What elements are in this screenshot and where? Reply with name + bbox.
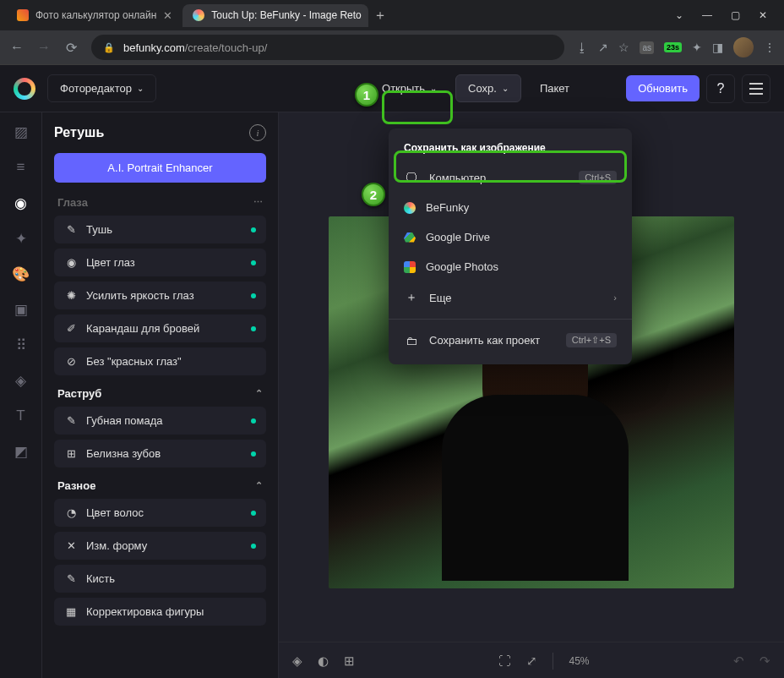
touchup-icon[interactable]: ◉ — [12, 194, 30, 212]
tool-label: Корректировка фигуры — [86, 605, 204, 618]
redo-icon[interactable]: ↷ — [760, 653, 770, 669]
back-button[interactable]: ← — [8, 40, 25, 56]
profile-avatar[interactable] — [733, 37, 754, 57]
sliders-icon[interactable]: ≡ — [12, 158, 30, 177]
bookmark-icon[interactable]: ☆ — [618, 41, 629, 54]
ext-badge[interactable]: 23s — [664, 42, 682, 52]
minimize-icon[interactable]: ― — [702, 9, 712, 21]
share-icon[interactable]: ↗ — [598, 41, 608, 54]
kebab-icon[interactable]: ⋮ — [764, 41, 776, 54]
item-label: Сохранить как проект — [429, 334, 540, 347]
save-dest-befunky[interactable]: BeFunky — [389, 193, 632, 222]
batch-label: Пакет — [540, 82, 569, 95]
tool-icon: ▦ — [64, 605, 78, 618]
close-icon[interactable]: ✕ — [163, 9, 172, 22]
close-window-icon[interactable]: ✕ — [759, 9, 767, 21]
menu-button[interactable] — [742, 74, 770, 103]
save-dest-google-drive[interactable]: Google Drive — [389, 222, 632, 252]
eyes-tool-item[interactable]: ✺ Усилить яркость глаз — [54, 282, 266, 309]
chevron-down-icon[interactable]: ⌄ — [675, 9, 683, 21]
misc-tool-item[interactable]: ▦ Корректировка фигуры — [54, 598, 266, 626]
open-button[interactable]: Открыть ⌄ — [370, 75, 449, 101]
save-dest-еще[interactable]: ＋Еще› — [389, 282, 632, 314]
new-tab-button[interactable]: ＋ — [368, 3, 392, 27]
chevron-down-icon: ⌄ — [137, 84, 144, 93]
save-dest-google-photos[interactable]: Google Photos — [389, 252, 632, 282]
forward-button[interactable]: → — [35, 40, 52, 56]
google-photos-icon — [404, 261, 416, 273]
panel-icon[interactable]: ◨ — [712, 41, 723, 54]
dropdown-header: Сохранить как изображение — [389, 137, 632, 162]
reload-button[interactable]: ⟳ — [63, 40, 79, 56]
compare-icon[interactable]: ◐ — [318, 653, 329, 669]
mode-selector[interactable]: Фоторедактор ⌄ — [47, 74, 156, 102]
textures-icon[interactable]: ◩ — [12, 442, 30, 461]
frames-icon[interactable]: ▣ — [12, 300, 30, 319]
misc-tool-item[interactable]: ✎ Кисть — [54, 565, 266, 593]
chevron-up-icon: ⌃ — [255, 480, 263, 491]
tab-title: Touch Up: BeFunky - Image Reto — [211, 9, 361, 21]
url-field[interactable]: 🔒 befunky.com/create/touch-up/ — [91, 35, 564, 60]
maximize-icon[interactable]: ▢ — [731, 9, 740, 21]
ai-enhancer-button[interactable]: A.I. Portrait Enhancer — [54, 153, 266, 183]
save-project-item[interactable]: 🗀 Сохранить как проект Ctrl+⇧+S — [389, 325, 632, 356]
tool-icon: ⊞ — [64, 447, 78, 460]
info-icon[interactable]: i — [249, 124, 266, 141]
window-controls: ⌄ ― ▢ ✕ — [675, 9, 777, 21]
graphics-icon[interactable]: ⠿ — [12, 336, 30, 354]
batch-button[interactable]: Пакет — [528, 75, 581, 101]
zoom-level[interactable]: 45% — [569, 655, 589, 667]
fit-icon[interactable]: ⤢ — [526, 653, 537, 669]
browser-tab-1[interactable]: Touch Up: BeFunky - Image Reto ✕ — [182, 4, 368, 27]
misc-tool-item[interactable]: ◔ Цвет волос — [54, 499, 266, 527]
puzzle-icon[interactable]: ✦ — [692, 41, 702, 54]
tool-icon: ◔ — [64, 506, 78, 519]
mode-label: Фоторедактор — [60, 82, 132, 95]
tool-label: Белизна зубов — [86, 447, 161, 460]
status-dot — [251, 227, 256, 232]
lock-icon: 🔒 — [103, 42, 115, 53]
fullscreen-icon[interactable]: ⛶ — [498, 653, 511, 668]
layers-icon[interactable]: ◈ — [292, 653, 302, 669]
image-icon[interactable]: ▨ — [12, 123, 30, 141]
befunky-icon — [404, 202, 416, 214]
tab-bar: Фото калькулятор онлайн ✕ Touch Up: BeFu… — [0, 0, 784, 30]
undo-icon[interactable]: ↶ — [733, 653, 744, 669]
chevron-right-icon: › — [613, 293, 617, 303]
help-button[interactable]: ? — [706, 74, 735, 103]
section-label: Разное — [57, 479, 95, 492]
install-icon[interactable]: ⭳ — [576, 41, 588, 54]
eyes-tool-item[interactable]: ◉ Цвет глаз — [54, 249, 266, 276]
canvas-toolbar: ◈ ◐ ⊞ ⛶ ⤢ 45% ↶ ↷ — [279, 642, 784, 678]
grid-icon[interactable]: ⊞ — [344, 653, 355, 669]
section-mouth[interactable]: Раструб ⌃ — [54, 380, 266, 407]
misc-tool-item[interactable]: ✕ Изм. форму — [54, 532, 266, 560]
eyes-tool-item[interactable]: ✎ Тушь — [54, 216, 266, 243]
artsy-icon[interactable]: 🎨 — [12, 265, 30, 283]
mouth-tool-item[interactable]: ⊞ Белизна зубов — [54, 440, 266, 467]
section-misc[interactable]: Разное ⌃ — [54, 473, 266, 499]
ext-icon[interactable]: as — [640, 41, 654, 54]
overlays-icon[interactable]: ◈ — [12, 371, 30, 390]
save-button[interactable]: Сохр. ⌄ — [455, 74, 521, 102]
effects-icon[interactable]: ✦ — [12, 229, 30, 248]
eyes-tool-item[interactable]: ⊘ Без "красных глаз" — [54, 347, 266, 375]
text-icon[interactable]: T — [12, 407, 30, 425]
tool-icon: ✎ — [64, 414, 78, 427]
extension-icons: ⭳ ↗ ☆ as 23s ✦ ◨ ⋮ — [576, 37, 776, 57]
mouth-tool-item[interactable]: ✎ Губная помада — [54, 407, 266, 435]
save-dest-компьютер[interactable]: 🖵КомпьютерCtrl+S — [389, 162, 632, 193]
callout-1: 1 — [355, 83, 378, 107]
eyes-tool-item[interactable]: ✐ Карандаш для бровей — [54, 314, 266, 342]
status-dot — [251, 418, 256, 424]
upgrade-button[interactable]: Обновить — [626, 75, 700, 101]
befunky-logo[interactable] — [14, 78, 35, 100]
google-drive-icon — [404, 232, 416, 243]
section-eyes[interactable]: Глаза ⋯ — [54, 189, 266, 216]
browser-tab-0[interactable]: Фото калькулятор онлайн ✕ — [7, 4, 182, 27]
tool-label: Тушь — [86, 223, 112, 236]
tool-label: Цвет глаз — [86, 256, 135, 269]
save-label: Сохр. — [468, 82, 497, 95]
help-icon: ? — [717, 81, 725, 96]
status-dot — [251, 511, 256, 516]
